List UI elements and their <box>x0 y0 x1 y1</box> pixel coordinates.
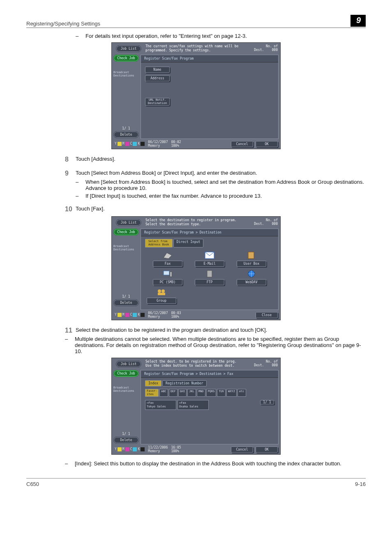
memory-percent: 100% <box>171 315 181 319</box>
index-ghi[interactable]: GHI <box>178 389 187 397</box>
prompt-message: Select the destination to register in pr… <box>143 218 253 227</box>
userbox-button[interactable]: User Box <box>237 261 266 267</box>
delete-button[interactable]: Delete <box>113 131 139 138</box>
page-counter: 1/ 1 <box>260 400 274 405</box>
step-text: Touch [Fax]. <box>76 206 105 213</box>
broadcast-label: Broadcast Destinations <box>113 245 139 251</box>
delete-button[interactable]: Delete <box>113 299 139 306</box>
group-icon <box>156 288 167 297</box>
ok-button[interactable]: OK <box>256 141 278 147</box>
dest-count-value: 000 <box>272 48 278 52</box>
section-title: Registering/Specifying Settings <box>26 21 100 27</box>
svg-rect-4 <box>170 272 172 277</box>
status-date: 06/12/2007 <box>148 311 168 315</box>
footer-page-number: 9-16 <box>355 481 366 487</box>
tab-index[interactable]: Index <box>145 380 161 386</box>
webdav-button[interactable]: WebDAV <box>237 279 266 285</box>
prompt-message: Select the dest. to be registered in the… <box>143 360 253 368</box>
step-number: 8 <box>65 156 76 163</box>
index-wxyz[interactable]: WXYZ <box>226 389 237 397</box>
index-tuv[interactable]: TUV <box>217 389 226 397</box>
bullet-dash: – <box>76 193 85 199</box>
job-list-button[interactable]: Job List <box>116 361 141 368</box>
index-def[interactable]: DEF <box>169 389 178 397</box>
dest-count-value: 000 <box>272 222 278 226</box>
memory-label: Memory <box>148 449 160 453</box>
job-list-button[interactable]: Job List <box>116 45 141 52</box>
status-time: 16:05 <box>171 446 181 449</box>
svg-point-7 <box>158 289 161 293</box>
svg-rect-9 <box>158 293 165 295</box>
status-date: 11/22/2006 <box>148 446 168 449</box>
toner-levels-icon: Y M C K <box>114 313 145 317</box>
index-pqrs[interactable]: PQRS <box>206 389 217 397</box>
step-number: 9 <box>65 170 76 177</box>
chapter-number-badge: 9 <box>350 15 366 27</box>
name-button[interactable]: Name <box>145 67 170 73</box>
broadcast-label: Broadcast Destinations <box>113 71 139 77</box>
breadcrumb: Register Scan/Fax Program <box>141 55 278 62</box>
device-screenshot-1: Job List The current scan/fax settings w… <box>111 42 281 149</box>
step-text: Touch [Address]. <box>76 156 115 163</box>
email-button[interactable]: E-Mail <box>195 261 224 267</box>
svg-rect-3 <box>164 271 169 275</box>
email-icon <box>204 251 215 260</box>
group-button[interactable]: Group <box>147 298 176 304</box>
fax-icon <box>162 251 173 260</box>
cancel-button[interactable]: Cancel <box>231 446 253 453</box>
job-list-button[interactable]: Job List <box>116 219 141 226</box>
index-favorites[interactable]: Favor- ites <box>145 389 159 397</box>
breadcrumb: Register Scan/Fax Program > Destination <box>141 229 278 236</box>
breadcrumb: Register Scan/Fax Program > Destination … <box>141 370 278 378</box>
toner-levels-icon: Y M C K <box>114 142 145 146</box>
webdav-icon <box>246 269 257 278</box>
tab-select-from-address-book[interactable]: Select from Address Book <box>145 239 173 247</box>
intro-bullet-text: For details text input operation, refer … <box>85 33 366 39</box>
check-job-button[interactable]: Check Job <box>113 370 139 377</box>
destination-osaka-sales[interactable]: ↔Fax Osaka Sales <box>178 400 209 410</box>
bullet-dash: – <box>65 460 75 467</box>
ftp-icon <box>204 269 215 278</box>
step9-sub1: When [Select from Address Book] is touch… <box>85 179 366 191</box>
memory-percent: 100% <box>171 144 181 148</box>
pager: 1/ 1 <box>113 295 139 298</box>
step11-sub1: Multiple destinations cannot be selected… <box>75 336 366 354</box>
device-screenshot-3: Job List Select the dest. to be register… <box>111 358 281 455</box>
index-abc[interactable]: ABC <box>159 389 168 397</box>
destination-tokyo-sales[interactable]: ↔Fax Tokyo Sales <box>145 400 176 410</box>
step-text: Touch [Select from Address Book] or [Dir… <box>76 170 257 177</box>
delete-button[interactable]: Delete <box>113 437 139 444</box>
ok-button[interactable]: OK <box>256 446 278 453</box>
url-notif-button[interactable]: URL Notif. Destination <box>145 98 170 106</box>
index-etc[interactable]: etc <box>238 389 246 397</box>
bullet-dash: – <box>76 179 85 191</box>
bullet-dash: – <box>76 33 85 39</box>
close-button[interactable]: Close <box>256 312 278 318</box>
check-job-button[interactable]: Check Job <box>113 229 139 236</box>
pager: 1/ 1 <box>113 127 139 130</box>
pager: 1/ 1 <box>113 432 139 436</box>
step-number: 11 <box>65 327 76 334</box>
broadcast-label: Broadcast Destinations <box>113 386 139 393</box>
step9-sub2: If [Direct Input] is touched, enter the … <box>85 193 366 199</box>
ftp-button[interactable]: FTP <box>195 279 224 285</box>
svg-rect-2 <box>248 252 254 259</box>
tab-registration-number[interactable]: Registration Number <box>162 380 207 386</box>
fax-button[interactable]: Fax <box>153 261 182 267</box>
index-mno[interactable]: MNO <box>197 389 205 397</box>
address-button[interactable]: Address <box>145 75 170 81</box>
cancel-button[interactable]: Cancel <box>231 141 253 147</box>
svg-point-8 <box>161 289 165 293</box>
step-text: Select the destination to be registered … <box>76 327 267 334</box>
device-screenshot-2: Job List Select the destination to regis… <box>111 216 281 320</box>
post-bullet-text: [Index]: Select this button to display t… <box>75 460 366 467</box>
status-date: 06/12/2007 <box>148 140 168 144</box>
pc-smb-icon <box>162 269 173 278</box>
memory-label: Memory <box>148 144 160 148</box>
memory-percent: 100% <box>171 449 181 453</box>
check-job-button[interactable]: Check Job <box>113 55 139 62</box>
tab-direct-input[interactable]: Direct Input <box>173 239 204 247</box>
step-number: 10 <box>65 206 76 213</box>
pc-smb-button[interactable]: PC (SMB) <box>153 279 182 285</box>
index-jkl[interactable]: JKL <box>187 389 196 397</box>
